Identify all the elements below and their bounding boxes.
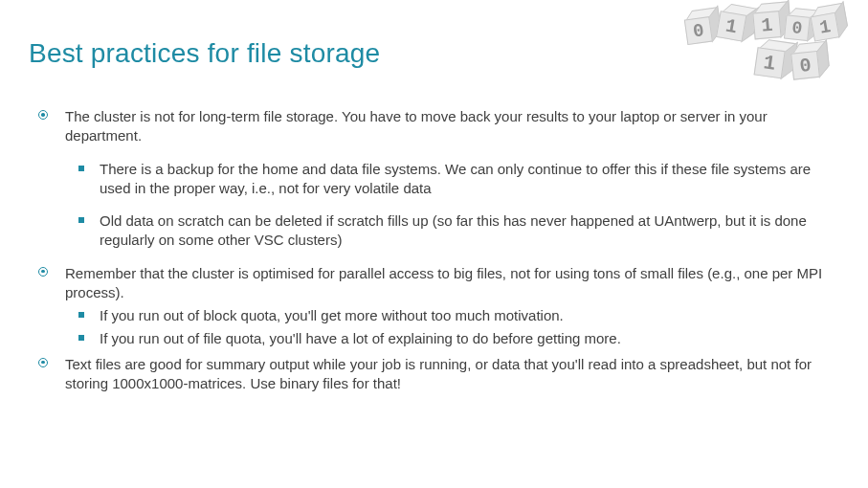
sub-bullet-text: There is a backup for the home and data … [100,161,811,196]
sub-bullet-text: Old data on scratch can be deleted if sc… [100,212,807,248]
bullet-text: Text files are good for summary output w… [65,356,812,391]
bullet-text: Remember that the cluster is optimised f… [65,265,822,300]
bullet-text: The cluster is not for long-term file st… [65,108,768,144]
slide-content: The cluster is not for long-term file st… [29,107,839,393]
slide: 0 1 1 0 1 1 0 Best practices for file st… [0,0,868,488]
cube-icon: 1 [809,4,844,39]
sub-bullet-item: If you run out of block quota, you'll ge… [78,306,839,325]
sub-bullet-text: If you run out of file quota, you'll hav… [100,330,621,346]
slide-title: Best practices for file storage [29,38,839,69]
bullet-item: Text files are good for summary output w… [38,355,839,394]
bullet-item: Remember that the cluster is optimised f… [38,264,839,349]
cube-icon: 1 [716,3,753,40]
cube-icon: 0 [784,8,816,40]
sub-bullet-item: If you run out of file quota, you'll hav… [78,329,839,348]
cube-icon: 1 [752,3,788,38]
bullet-item: The cluster is not for long-term file st… [38,107,839,251]
sub-bullet-item: Old data on scratch can be deleted if sc… [78,211,839,251]
sub-bullet-text: If you run out of block quota, you'll ge… [100,307,564,323]
sub-bullet-item: There is a backup for the home and data … [78,160,839,199]
